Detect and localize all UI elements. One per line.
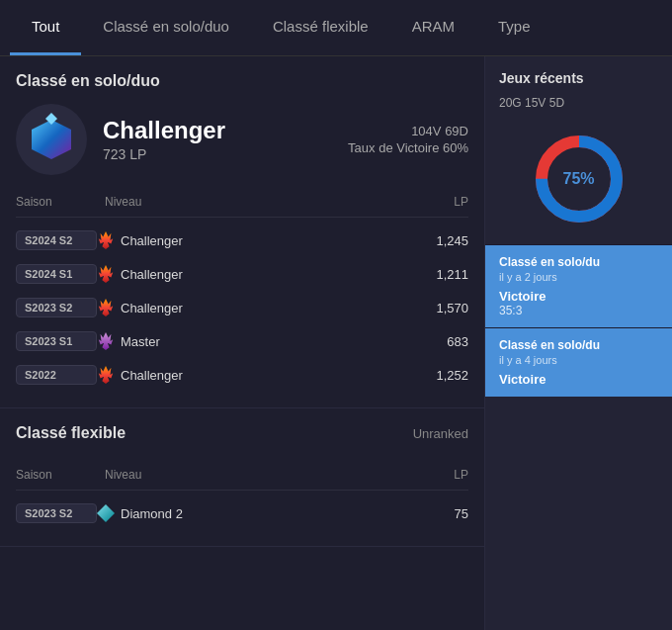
flex-col-saison-header: Saison	[16, 468, 105, 482]
flex-col-lp-header: LP	[409, 468, 468, 482]
solo-duo-title: Classé en solo/duo	[16, 72, 468, 90]
season-badge: S2024 S2	[16, 230, 97, 250]
flex-title: Classé flexible	[16, 424, 126, 442]
tab-solo-duo[interactable]: Classé en solo/duo	[81, 0, 251, 55]
game-time: il y a 2 jours	[499, 271, 658, 283]
season-lp: 1,211	[409, 267, 468, 282]
solo-duo-section: Classé en solo/duo Challenger 723 LP 104…	[0, 56, 484, 408]
table-row: S2023 S2 Diamond 2 75	[16, 496, 468, 530]
tab-flexible[interactable]: Classé flexible	[251, 0, 390, 55]
left-panel: Classé en solo/duo Challenger 723 LP 104…	[0, 56, 484, 630]
right-panel: Jeux récents 20G 15V 5D 75% Classé en so…	[484, 56, 672, 630]
table-row: S2024 S1 Challenger 1,211	[16, 257, 468, 291]
recent-game-card-2: Classé en solo/du il y a 4 jours Victoir…	[485, 327, 672, 397]
challenger-flame-icon	[97, 366, 115, 384]
rank-lp: 723 LP	[103, 146, 348, 162]
flex-season-table: Saison Niveau LP S2023 S2 Diamond 2 75	[16, 464, 468, 530]
challenger-icon	[25, 113, 78, 166]
col-niveau-header: Niveau	[105, 195, 409, 209]
flex-table-header: Saison Niveau LP	[16, 464, 468, 491]
season-lp: 75	[409, 506, 468, 521]
rank-wl: 104V 69D	[348, 124, 468, 138]
unranked-label: Unranked	[413, 426, 468, 441]
season-table: Saison Niveau LP S2024 S2 Challenger 1,2…	[16, 191, 468, 392]
tab-tout[interactable]: Tout	[10, 0, 81, 55]
rank-record: 104V 69D Taux de Victoire 60%	[348, 124, 468, 155]
rank-winrate: Taux de Victoire 60%	[348, 140, 468, 155]
col-lp-header: LP	[409, 195, 468, 209]
rank-info: Challenger 723 LP	[103, 117, 348, 162]
flex-section: Classé flexible Unranked Saison Niveau L…	[0, 408, 484, 547]
game-time: il y a 4 jours	[499, 354, 658, 366]
game-type: Classé en solo/du	[499, 255, 658, 269]
season-badge: S2022	[16, 365, 97, 385]
challenger-flame-icon	[97, 265, 115, 283]
donut-label: 75%	[562, 170, 594, 188]
master-flame-icon	[97, 332, 115, 350]
season-badge: S2024 S1	[16, 264, 97, 284]
recent-games-title: Jeux récents	[485, 56, 672, 96]
season-badge: S2023 S2	[16, 503, 97, 523]
donut-chart: 75%	[530, 130, 629, 228]
season-lp: 683	[409, 334, 468, 349]
flex-col-niveau-header: Niveau	[105, 468, 409, 482]
tab-type[interactable]: Type	[476, 0, 552, 55]
game-score: 35:3	[499, 304, 658, 317]
season-table-header: Saison Niveau LP	[16, 191, 468, 218]
rank-emblem	[16, 104, 87, 175]
season-tier: Master	[97, 332, 409, 350]
flex-section-header: Classé flexible Unranked	[16, 424, 468, 442]
game-result: Victoire	[499, 372, 658, 387]
tab-bar: Tout Classé en solo/duo Classé flexible …	[0, 0, 672, 56]
table-row: S2024 S2 Challenger 1,245	[16, 224, 468, 257]
recent-game-card-1: Classé en solo/du il y a 2 jours Victoir…	[485, 244, 672, 327]
col-saison-header: Saison	[16, 195, 105, 209]
table-row: S2023 S1 Master 683	[16, 324, 468, 358]
challenger-flame-icon	[97, 231, 115, 249]
season-tier: Challenger	[97, 366, 409, 384]
game-result: Victoire	[499, 289, 658, 304]
season-badge: S2023 S1	[16, 331, 97, 351]
donut-container: 75%	[485, 120, 672, 244]
challenger-flame-icon	[97, 299, 115, 316]
main-layout: Classé en solo/duo Challenger 723 LP 104…	[0, 56, 672, 630]
season-tier: Diamond 2	[97, 504, 409, 522]
rank-card: Challenger 723 LP 104V 69D Taux de Victo…	[16, 104, 468, 175]
tab-aram[interactable]: ARAM	[390, 0, 476, 55]
table-row: S2023 S2 Challenger 1,570	[16, 291, 468, 324]
season-lp: 1,252	[409, 368, 468, 383]
stats-summary: 20G 15V 5D	[485, 96, 672, 120]
season-badge: S2023 S2	[16, 298, 97, 317]
season-tier: Challenger	[97, 299, 409, 316]
season-tier: Challenger	[97, 231, 409, 249]
game-type: Classé en solo/du	[499, 338, 658, 352]
rank-name: Challenger	[103, 117, 348, 144]
season-lp: 1,245	[409, 233, 468, 248]
season-tier: Challenger	[97, 265, 409, 283]
diamond-icon	[97, 504, 115, 522]
season-lp: 1,570	[409, 301, 468, 315]
table-row: S2022 Challenger 1,252	[16, 358, 468, 392]
